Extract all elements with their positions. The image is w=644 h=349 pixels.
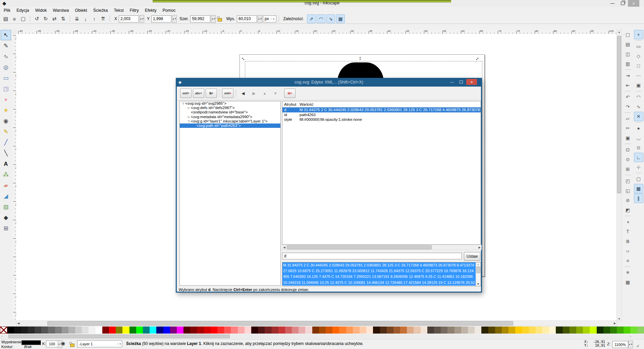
palette-swatch[interactable]: [447, 327, 454, 334]
menu-efekty[interactable]: Efekty: [142, 7, 160, 13]
palette-swatch[interactable]: [312, 327, 319, 334]
scroll-up-icon[interactable]: ▲: [617, 30, 622, 34]
attribute-row[interactable]: stylefill:#000000;fill-opacity:1;stroke:…: [282, 117, 481, 122]
palette-swatch[interactable]: [62, 327, 68, 334]
palette-swatch[interactable]: [136, 327, 143, 334]
lock-ratio-icon[interactable]: [218, 18, 222, 21]
palette-swatch[interactable]: [590, 327, 596, 334]
attribute-row[interactable]: idpath4263: [282, 112, 481, 117]
palette-swatch[interactable]: [326, 327, 332, 334]
palette-swatch[interactable]: [461, 327, 468, 334]
scroll-down-icon[interactable]: ▼: [617, 317, 622, 321]
cut-button[interactable]: ✂: [623, 123, 633, 133]
palette-swatch[interactable]: [475, 327, 481, 334]
palette-swatch[interactable]: [441, 327, 447, 334]
palette-swatch[interactable]: [360, 327, 366, 334]
duplicate-node-button[interactable]: ⧉+: [206, 89, 217, 98]
menu-warstwa[interactable]: Warstwa: [50, 7, 72, 13]
paste-button[interactable]: ▣: [623, 133, 633, 143]
affect-stroke-width-toggle[interactable]: ⇗: [307, 14, 316, 23]
opacity-field[interactable]: 100: [46, 341, 58, 347]
text-and-font-button[interactable]: T: [623, 227, 633, 236]
vertical-scrollbar[interactable]: ▲ ▼: [616, 30, 622, 321]
palette-swatch[interactable]: [603, 327, 610, 334]
close-button[interactable]: ×: [628, 0, 639, 7]
dropper-tool[interactable]: ◆: [1, 212, 11, 223]
palette-swatch[interactable]: [55, 327, 62, 334]
palette-swatch[interactable]: [549, 327, 556, 334]
palette-swatch[interactable]: [434, 327, 441, 334]
lower-button[interactable]: ↓: [81, 14, 90, 23]
new-document-button[interactable]: ▢: [623, 30, 633, 39]
attribute-value-textarea[interactable]: M 31.84375 2 C 30.444245 2.028643 29.053…: [282, 262, 481, 286]
scroll-left-icon[interactable]: ◀: [16, 321, 20, 326]
palette-swatch[interactable]: [414, 327, 420, 334]
affect-gradients-toggle[interactable]: ⇘: [326, 14, 335, 23]
tweak-tool[interactable]: ∿: [1, 51, 11, 62]
attribute-table-hscrollbar[interactable]: ◀ ▶: [282, 245, 481, 249]
expander-icon[interactable]: ▷: [187, 106, 191, 110]
create-clone-button[interactable]: ◱: [623, 186, 633, 195]
scroll-up-icon[interactable]: ▲: [476, 262, 480, 266]
scroll-left-icon[interactable]: ◀: [282, 245, 286, 250]
snap-to-paths-toggle[interactable]: ∿: [634, 102, 643, 111]
flip-horizontal-button[interactable]: ⇄: [50, 14, 59, 23]
menu-edycja[interactable]: Edycja: [13, 7, 32, 13]
x-spinner[interactable]: ▲▼: [140, 15, 144, 23]
palette-swatch[interactable]: [292, 327, 299, 334]
palette-swatch[interactable]: [82, 327, 89, 334]
unlink-clone-button[interactable]: ⊘: [623, 196, 633, 205]
palette-swatch[interactable]: [393, 327, 400, 334]
document-properties-button[interactable]: ▦: [623, 278, 633, 287]
print-document-button[interactable]: ▥: [623, 59, 633, 68]
x-field[interactable]: 2,003: [119, 15, 139, 22]
palette-swatch[interactable]: [583, 327, 590, 334]
palette-swatch[interactable]: [387, 327, 393, 334]
undo-button[interactable]: ↶: [623, 92, 633, 102]
palette-swatch[interactable]: [116, 327, 122, 334]
menu-plik[interactable]: Plik: [1, 7, 13, 13]
palette-swatch[interactable]: [75, 327, 82, 334]
palette-swatch[interactable]: [28, 327, 35, 334]
menu-widok[interactable]: Widok: [32, 7, 50, 13]
dialog-maximize-button[interactable]: [457, 79, 466, 85]
layer-dropdown[interactable]: -Layer 1 ∨: [77, 340, 122, 347]
palette-swatch[interactable]: [14, 327, 21, 334]
palette-swatch[interactable]: [143, 327, 150, 334]
palette-swatch[interactable]: [495, 327, 502, 334]
palette-swatch[interactable]: [502, 327, 508, 334]
snap-object-centers-toggle[interactable]: ∟: [634, 153, 643, 162]
palette-swatch[interactable]: [407, 327, 414, 334]
zoom-field[interactable]: 1100%: [612, 341, 628, 348]
dialog-titlebar[interactable]: ◆ cog.svg: Edytor XML... (Shift+Ctrl+X) …: [176, 78, 482, 87]
duplicate-button[interactable]: ◰: [623, 176, 633, 186]
palette-swatch[interactable]: [529, 327, 536, 334]
palette-swatch[interactable]: [468, 327, 475, 334]
palette-swatch[interactable]: [366, 327, 373, 334]
palette-scrollbar[interactable]: ‹ ›: [0, 334, 644, 338]
hscrollbar-thumb[interactable]: [287, 245, 432, 249]
xml-editor-button[interactable]: ‹›: [623, 246, 633, 256]
move-node-down-button[interactable]: ▼: [271, 89, 280, 98]
palette-swatch[interactable]: [150, 327, 156, 334]
palette-swatch[interactable]: [109, 327, 116, 334]
affect-patterns-toggle[interactable]: ▦: [336, 14, 345, 23]
palette-swatch[interactable]: [183, 327, 190, 334]
xml-tree-node[interactable]: ▽<svg:g id="layer1" inkscape:label="Laye…: [180, 119, 280, 123]
palette-swatch[interactable]: [556, 327, 562, 334]
horizontal-scrollbar[interactable]: ◀ ▶: [16, 320, 617, 326]
palette-swatch[interactable]: [563, 327, 570, 334]
palette-swatch[interactable]: [299, 327, 305, 334]
layers-dialog-button[interactable]: ≣: [623, 237, 633, 246]
calligraphy-tool[interactable]: ╲: [1, 148, 11, 158]
height-field[interactable]: 60,010: [237, 15, 257, 22]
snap-nodes-toggle[interactable]: ◠: [634, 92, 643, 102]
delete-attribute-button[interactable]: ⊟×: [284, 89, 296, 98]
palette-swatch[interactable]: [542, 327, 549, 334]
palette-swatch[interactable]: [597, 327, 603, 334]
palette-swatch[interactable]: [41, 327, 48, 334]
xml-tree-node[interactable]: ▽<svg:svg id="svg2985">: [180, 101, 280, 106]
unindent-node-button[interactable]: ◀: [238, 89, 248, 98]
scroll-left-icon[interactable]: ‹: [0, 334, 4, 338]
palette-swatch[interactable]: [630, 327, 637, 334]
